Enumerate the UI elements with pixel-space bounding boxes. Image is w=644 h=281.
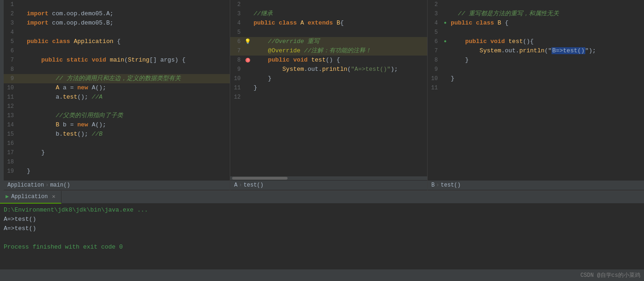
code-line: 7 public static void main(String[] args)… [4, 56, 230, 65]
editor-pane-b: 2 3 // 重写都是方法的重写，和属性无关 4 ● public class … [428, 0, 644, 190]
error-icon: ! [245, 58, 250, 62]
code-line: 6 [4, 46, 230, 56]
breadcrumb-method: main() [50, 182, 70, 188]
code-content-application: 1 2 import com.oop.demo05.A; 3 import co… [4, 0, 230, 180]
code-line: 5 [428, 28, 644, 37]
horizontal-scrollbar-a[interactable] [230, 176, 427, 180]
output-tab-bar: ▶ Application ✕ [0, 191, 644, 204]
code-line: 4 public class A extends B{ [230, 19, 427, 28]
breadcrumb-method: test() [244, 182, 264, 188]
code-line: 3 import com.oop.demo05.B; [4, 19, 230, 28]
code-line: 17 } [4, 148, 230, 157]
code-line: 7 System.out.println("B=>test()"); [428, 46, 644, 56]
code-line-highlighted: 6 💡 //Override 重写 [230, 37, 427, 46]
editor-pane-application: 1 2 import com.oop.demo05.A; 3 import co… [4, 0, 230, 190]
output-content: D:\Environment\jdk8\jdk\bin\java.exe ...… [0, 204, 644, 269]
output-result-line-2: A=>test() [4, 224, 640, 233]
code-line: 16 [4, 139, 230, 148]
code-line: 10 } [230, 74, 427, 83]
code-line: 1 [4, 0, 230, 9]
code-line: 15 b.test(); //B [4, 130, 230, 139]
code-line-highlighted: 7 @Override //注解：有功能的注释！ [230, 46, 427, 56]
breadcrumb-a: A › test() [230, 180, 427, 190]
code-line: 10 A a = new A(); [4, 83, 230, 93]
warning-icon: 💡 [245, 37, 251, 46]
code-line: 5 [230, 28, 427, 37]
code-line: 3 // 重写都是方法的重写，和属性无关 [428, 9, 644, 19]
code-line: 6 ● public void test(){ [428, 37, 644, 46]
code-line: 2 [428, 0, 644, 9]
run-breakpoint-icon: ● [444, 19, 447, 28]
code-content-a: 2 3 //继承 4 public class A extends B{ 5 6 [230, 0, 427, 176]
code-line: 9 [428, 65, 644, 74]
code-line: 4 ● public class B { [428, 19, 644, 28]
breadcrumb-method: test() [441, 182, 460, 188]
left-gutter [0, 0, 4, 190]
output-footer: CSDN @自学cs的小菜鸡 [0, 269, 644, 281]
breadcrumb-b: B › test() [428, 180, 644, 190]
run-icon-tab: ▶ [6, 193, 9, 200]
code-line: 4 [4, 28, 230, 37]
code-line: 14 B b = new A(); [4, 120, 230, 130]
code-line: 5 public class Application { [4, 37, 230, 46]
code-line: 9 System.out.println("A=>test()"); [230, 65, 427, 74]
editor-pane-a: 2 3 //继承 4 public class A extends B{ 5 6 [230, 0, 428, 190]
output-finished-line: Process finished with exit code 0 [4, 243, 640, 252]
code-line: 18 [4, 157, 230, 167]
output-tab-application[interactable]: ▶ Application ✕ [0, 191, 61, 204]
code-line: 12 [4, 102, 230, 111]
output-empty-line [4, 233, 640, 243]
code-line: 10 } [428, 74, 644, 83]
code-line-highlighted: 9 // 方法的调用只和左边，定义的数据类型有关 [4, 74, 230, 83]
scrollbar-thumb[interactable] [232, 177, 288, 180]
run-breakpoint-icon: ● [444, 37, 447, 46]
breadcrumb-class: B [431, 182, 435, 188]
code-line: 8 } [428, 56, 644, 65]
close-icon[interactable]: ✕ [52, 193, 55, 200]
code-line: 8 ! public void test() { [230, 56, 427, 65]
code-line: 11 } [230, 83, 427, 93]
code-line: 19 } [4, 167, 230, 176]
code-line: 8 [4, 65, 230, 74]
code-line: 12 [230, 93, 427, 102]
output-tab-label: Application [11, 194, 48, 200]
breadcrumb-class: Application [7, 182, 44, 188]
breadcrumb-application: Application › main() [4, 180, 230, 190]
code-line: 2 [230, 0, 427, 9]
code-line: 11 a.test(); //A [4, 93, 230, 102]
editor-area: 1 2 import com.oop.demo05.A; 3 import co… [0, 0, 644, 191]
output-cmd-line: D:\Environment\jdk8\jdk\bin\java.exe ... [4, 206, 640, 215]
footer-text: CSDN @自学cs的小菜鸡 [580, 272, 640, 279]
code-line: 2 import com.oop.demo05.A; [4, 9, 230, 19]
code-content-b: 2 3 // 重写都是方法的重写，和属性无关 4 ● public class … [428, 0, 644, 180]
output-result-line-1: A=>test() [4, 215, 640, 224]
output-area: ▶ Application ✕ D:\Environment\jdk8\jdk\… [0, 191, 644, 281]
breadcrumb-class: A [234, 182, 237, 188]
code-line: 13 //父类的引用指向了子类 [4, 111, 230, 120]
code-line: 11 [428, 83, 644, 93]
code-line: 3 //继承 [230, 9, 427, 19]
